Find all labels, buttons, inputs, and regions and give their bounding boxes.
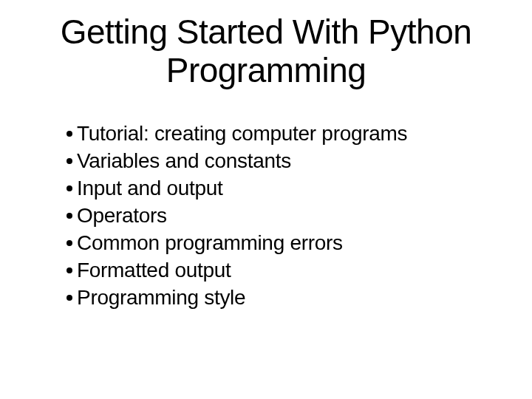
slide-title: Getting Started With Python Programming [30,13,502,89]
bullet-list: Tutorial: creating computer programs Var… [30,120,502,312]
list-item: Operators [66,202,488,230]
bullet-text: Programming style [77,284,488,312]
list-item: Programming style [66,284,488,312]
bullet-text: Operators [77,202,488,230]
bullet-icon [66,213,72,219]
bullet-icon [66,240,72,246]
bullet-text: Formatted output [77,257,488,284]
bullet-text: Common programming errors [77,230,488,257]
list-item: Input and output [66,175,488,202]
list-item: Tutorial: creating computer programs [66,120,488,148]
list-item: Common programming errors [66,230,488,257]
bullet-text: Input and output [77,175,488,202]
bullet-text: Variables and constants [77,148,488,175]
bullet-icon [66,158,72,164]
bullet-icon [66,185,72,191]
bullet-icon [66,267,72,273]
list-item: Variables and constants [66,148,488,175]
bullet-text: Tutorial: creating computer programs [77,120,488,148]
bullet-icon [66,295,72,301]
bullet-icon [66,131,72,137]
slide: Getting Started With Python Programming … [0,0,532,399]
list-item: Formatted output [66,257,488,284]
